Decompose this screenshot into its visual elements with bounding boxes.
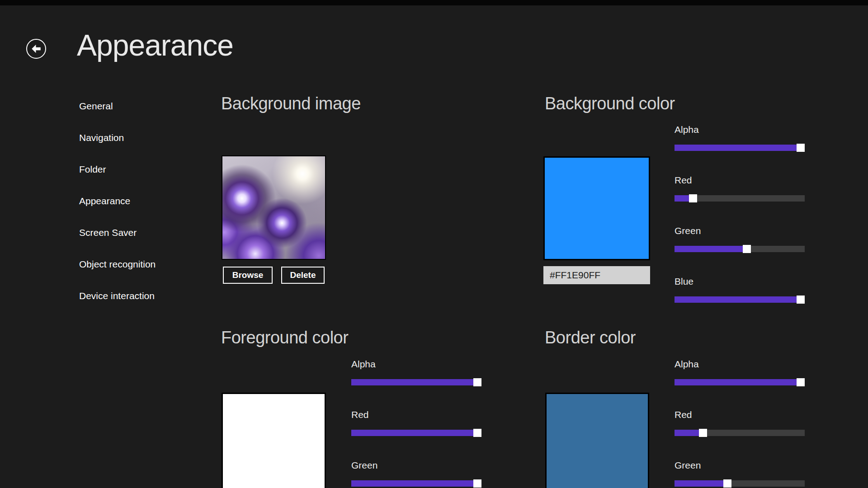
slider[interactable] xyxy=(351,378,481,386)
slider-fill xyxy=(675,379,805,385)
background-image-thumbnail xyxy=(222,155,326,260)
delete-button[interactable]: Delete xyxy=(281,267,325,284)
slider-fill xyxy=(351,430,481,436)
slider-label: Alpha xyxy=(675,124,805,136)
slider-fill xyxy=(675,145,805,151)
background-color-sliders: Alpha Red Green xyxy=(675,124,805,326)
sidebar-item[interactable]: Object recognition xyxy=(79,258,197,270)
slider-label: Red xyxy=(351,409,481,421)
slider-label: Red xyxy=(675,409,805,421)
slider-fill xyxy=(351,480,481,487)
slider-thumb[interactable] xyxy=(743,245,751,253)
slider[interactable] xyxy=(351,429,481,437)
slider-label: Alpha xyxy=(675,358,805,370)
slider-label: Green xyxy=(351,460,481,471)
sidebar-item[interactable]: Appearance xyxy=(79,195,197,207)
sidebar-item[interactable]: Device interaction xyxy=(79,290,197,302)
slider-thumb[interactable] xyxy=(473,479,481,488)
slider-row: Red xyxy=(351,409,481,460)
slider-fill xyxy=(675,430,701,436)
slider[interactable] xyxy=(675,144,805,152)
appearance-settings-page: Appearance General Navigation Folder App… xyxy=(0,0,868,488)
slider-label: Alpha xyxy=(351,358,481,370)
slider[interactable] xyxy=(675,296,805,304)
slider-fill xyxy=(675,480,726,487)
border-color-section-title: Border color xyxy=(545,329,636,346)
slider-thumb[interactable] xyxy=(473,429,481,437)
slider[interactable] xyxy=(351,479,481,488)
slider-fill xyxy=(351,379,481,385)
slider-thumb[interactable] xyxy=(797,296,805,304)
slider-row: Alpha xyxy=(351,358,481,409)
slider-thumb[interactable] xyxy=(473,378,481,386)
slider-thumb[interactable] xyxy=(689,194,697,202)
top-edge-bar xyxy=(0,0,868,5)
foreground-color-sliders: Alpha Red Green xyxy=(351,358,481,488)
sidebar-item[interactable]: Screen Saver xyxy=(79,227,197,239)
border-color-swatch xyxy=(545,393,649,488)
background-color-swatch xyxy=(543,156,650,260)
browse-button[interactable]: Browse xyxy=(223,267,273,284)
slider-fill xyxy=(675,195,690,202)
slider[interactable] xyxy=(675,429,805,437)
slider-row: Green xyxy=(675,225,805,276)
slider-thumb[interactable] xyxy=(723,479,731,488)
back-arrow-icon xyxy=(30,43,42,55)
background-image-section-title: Background image xyxy=(221,95,361,112)
sidebar-item[interactable]: Navigation xyxy=(79,132,197,144)
slider[interactable] xyxy=(675,378,805,386)
slider[interactable] xyxy=(675,194,805,202)
slider-row: Green xyxy=(675,460,805,488)
sidebar-item[interactable]: General xyxy=(79,100,197,112)
slider-row: Alpha xyxy=(675,124,805,174)
slider-label: Red xyxy=(675,174,805,186)
page-title: Appearance xyxy=(77,30,233,61)
foreground-color-section-title: Foreground color xyxy=(221,329,348,346)
slider-label: Green xyxy=(675,225,805,237)
slider-row: Blue xyxy=(675,276,805,326)
sidebar-item[interactable]: Folder xyxy=(79,164,197,175)
slider-thumb[interactable] xyxy=(797,378,805,386)
slider-row: Red xyxy=(675,409,805,460)
slider-thumb[interactable] xyxy=(699,429,707,437)
slider-fill xyxy=(675,296,805,303)
background-color-hex-input[interactable] xyxy=(543,266,650,284)
slider[interactable] xyxy=(675,245,805,253)
background-color-section-title: Background color xyxy=(545,95,675,112)
slider-thumb[interactable] xyxy=(797,144,805,152)
border-color-sliders: Alpha Red Green xyxy=(675,358,805,488)
slider-row: Alpha xyxy=(675,358,805,409)
slider[interactable] xyxy=(675,479,805,488)
slider-row: Red xyxy=(675,174,805,225)
settings-nav: General Navigation Folder Appearance Scr… xyxy=(79,100,197,322)
slider-label: Green xyxy=(675,460,805,471)
foreground-color-swatch xyxy=(222,393,326,488)
slider-fill xyxy=(675,246,747,252)
slider-label: Blue xyxy=(675,276,805,287)
slider-row: Green xyxy=(351,460,481,488)
back-button[interactable] xyxy=(26,39,46,59)
